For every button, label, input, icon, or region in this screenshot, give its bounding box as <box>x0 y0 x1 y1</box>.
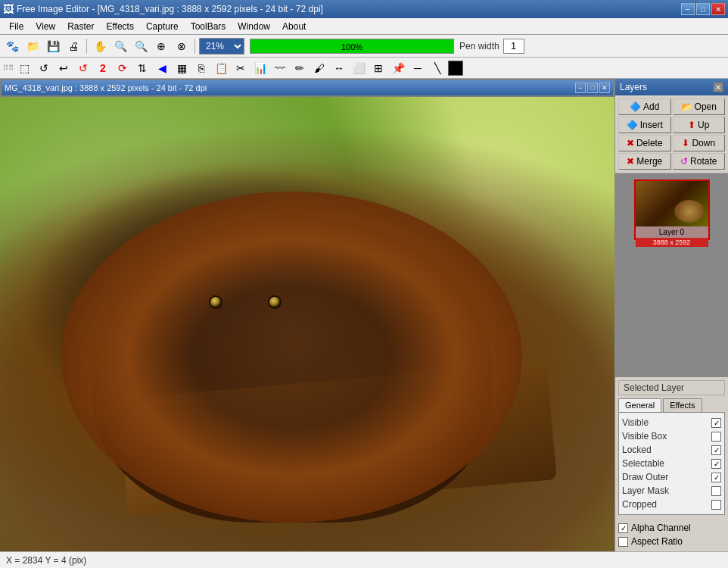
menu-bar: File View Raster Effects Capture ToolBar… <box>0 18 728 35</box>
layer-prop-row: Visible <box>622 416 721 429</box>
alpha-checkbox[interactable] <box>618 537 628 547</box>
lemur-left-eye <box>209 295 222 309</box>
paste-button[interactable]: 📋 <box>212 59 230 77</box>
zoom-fit-button[interactable]: ⊕ <box>152 37 170 55</box>
layer-prop-checkbox[interactable] <box>711 432 721 442</box>
menu-item-window[interactable]: Window <box>232 20 276 33</box>
layer-prop-row: Cropped <box>622 498 721 511</box>
layer-thumbnail[interactable]: Layer 0 3888 x 2592 <box>634 179 710 240</box>
inner-window-title: MG_4318_vari.jpg : 3888 x 2592 pixels - … <box>2 80 613 95</box>
merge-layer-button[interactable]: ✖ Merge <box>618 153 671 170</box>
zoom-out-button[interactable]: 🔍 <box>111 37 129 55</box>
pen-width-label: Pen width <box>459 41 499 51</box>
num2-button[interactable]: 2 <box>94 59 112 77</box>
tab-effects[interactable]: Effects <box>663 398 702 412</box>
zoom-custom-button[interactable]: ⊗ <box>173 37 191 55</box>
crop-button[interactable]: ✂ <box>232 59 250 77</box>
menu-item-capture[interactable]: Capture <box>140 20 185 33</box>
move-down-button[interactable]: ⬇ Down <box>673 135 726 151</box>
new-button[interactable]: 🐾 <box>3 37 21 55</box>
lemur-eyes-element <box>209 295 282 309</box>
close-button[interactable]: ✕ <box>711 3 725 15</box>
save-button[interactable]: 💾 <box>44 37 62 55</box>
refresh-button[interactable]: ⟳ <box>114 59 132 77</box>
layers-panel: Layers ✕ 🔷 Add 📂 Open 🔷 Insert ⬆ Up ✖ <box>614 79 728 551</box>
rotate-tool-button[interactable]: ↺ <box>35 59 53 77</box>
diagonal-button[interactable]: ╲ <box>428 59 446 77</box>
lemur-fur-element <box>61 192 522 523</box>
toolbar2: ⠿⠿ ⬚ ↺ ↩ ↺ 2 ⟳ ⇅ ◀ ▦ ⎘ 📋 ✂ 📊 〰 ✏ 🖌 ↔ ⬜ ⊞… <box>0 58 728 79</box>
minimize-button[interactable]: − <box>681 3 695 15</box>
inner-title-text: MG_4318_vari.jpg : 3888 x 2592 pixels - … <box>5 83 207 92</box>
app-icon: 🖼 <box>3 3 14 15</box>
menu-item-about[interactable]: About <box>276 20 312 33</box>
progress-bar-text: 100% <box>250 39 453 55</box>
inner-maximize-button[interactable]: □ <box>587 83 598 93</box>
grid-button[interactable]: ⊞ <box>369 59 387 77</box>
arrow-left-button[interactable]: ◀ <box>153 59 171 77</box>
alpha-label: Aspect Ratio <box>631 536 683 547</box>
move-up-button[interactable]: ⬆ Up <box>673 117 726 133</box>
layer-prop-checkbox[interactable] <box>711 445 721 455</box>
canvas-area[interactable]: MG_4318_vari.jpg : 3888 x 2592 pixels - … <box>0 79 614 551</box>
undo-button[interactable]: ↩ <box>54 59 73 77</box>
zoom-select[interactable]: 21% <box>199 38 244 55</box>
dash-button[interactable]: ─ <box>409 59 427 77</box>
alpha-checkbox[interactable] <box>618 523 628 533</box>
title-bar-controls: − □ ✕ <box>681 3 725 15</box>
resize-button[interactable]: ↔ <box>330 59 348 77</box>
redo-button[interactable]: ↺ <box>74 59 92 77</box>
inner-minimize-button[interactable]: − <box>575 83 586 93</box>
menu-item-view[interactable]: View <box>30 20 61 33</box>
delete-layer-button[interactable]: ✖ Delete <box>618 135 671 151</box>
hand-tool-button[interactable]: ✋ <box>91 37 109 55</box>
tab-general[interactable]: General <box>618 398 661 412</box>
alpha-label: Alpha Channel <box>631 523 691 533</box>
menu-item-toolbars[interactable]: ToolBars <box>185 20 232 33</box>
copy-button[interactable]: ⎘ <box>192 59 210 77</box>
open-layer-button[interactable]: 📂 Open <box>673 98 726 115</box>
color-box-button[interactable] <box>448 61 463 76</box>
layer-prop-label: Selectable <box>622 458 664 469</box>
pin-button[interactable]: 📌 <box>389 59 407 77</box>
status-coords: X = 2834 Y = 4 (pix) <box>6 555 86 566</box>
pencil-button[interactable]: ✏ <box>291 59 309 77</box>
separator2 <box>194 39 195 54</box>
layer-prop-checkbox[interactable] <box>711 486 721 496</box>
inner-close-button[interactable]: ✕ <box>599 83 610 93</box>
checkerboard-button[interactable]: ▦ <box>173 59 191 77</box>
insert-layer-button[interactable]: 🔷 Insert <box>618 117 671 133</box>
histogram-button[interactable]: 📊 <box>251 59 269 77</box>
layer-prop-checkbox[interactable] <box>711 418 721 428</box>
layers-close-button[interactable]: ✕ <box>713 82 723 92</box>
layer-properties: VisibleVisible BoxLockedSelectableDraw O… <box>618 412 725 515</box>
select-tool-button[interactable]: ⬚ <box>15 59 33 77</box>
grip-icon: ⠿⠿ <box>3 64 14 72</box>
zoom-in-button[interactable]: 🔍 <box>132 37 150 55</box>
toolbar1: 🐾 📁 💾 🖨 ✋ 🔍 🔍 ⊕ ⊗ 21% 100% Pen width <box>0 35 728 58</box>
menu-item-raster[interactable]: Raster <box>61 20 100 33</box>
curve-button[interactable]: 〰 <box>271 59 289 77</box>
menu-item-effects[interactable]: Effects <box>100 20 139 33</box>
transform-button[interactable]: ⬜ <box>350 59 368 77</box>
print-button[interactable]: 🖨 <box>64 37 82 55</box>
layer-prop-checkbox[interactable] <box>711 459 721 469</box>
layer-prop-checkbox[interactable] <box>711 473 721 482</box>
lemur-right-eye <box>268 295 282 309</box>
selected-layer-title: Selected Layer <box>618 380 725 395</box>
layer-prop-row: Selectable <box>622 457 721 470</box>
menu-item-file[interactable]: File <box>3 20 30 33</box>
flip-button[interactable]: ⇅ <box>133 59 151 77</box>
pen-width-input[interactable] <box>503 39 524 54</box>
add-layer-button[interactable]: 🔷 Add <box>618 98 671 115</box>
rotate-layer-button[interactable]: ↺ Rotate <box>673 153 726 170</box>
maximize-button[interactable]: □ <box>696 3 710 15</box>
layer-prop-checkbox[interactable] <box>711 500 721 510</box>
layer-tabs: General Effects <box>615 398 728 412</box>
open-file-button[interactable]: 📁 <box>23 37 42 55</box>
image-canvas[interactable] <box>0 97 614 551</box>
layer-prop-label: Visible Box <box>622 431 667 442</box>
brush-button[interactable]: 🖌 <box>310 59 328 77</box>
layer-prop-row: Visible Box <box>622 429 721 443</box>
rotate-icon: ↺ <box>680 156 688 167</box>
